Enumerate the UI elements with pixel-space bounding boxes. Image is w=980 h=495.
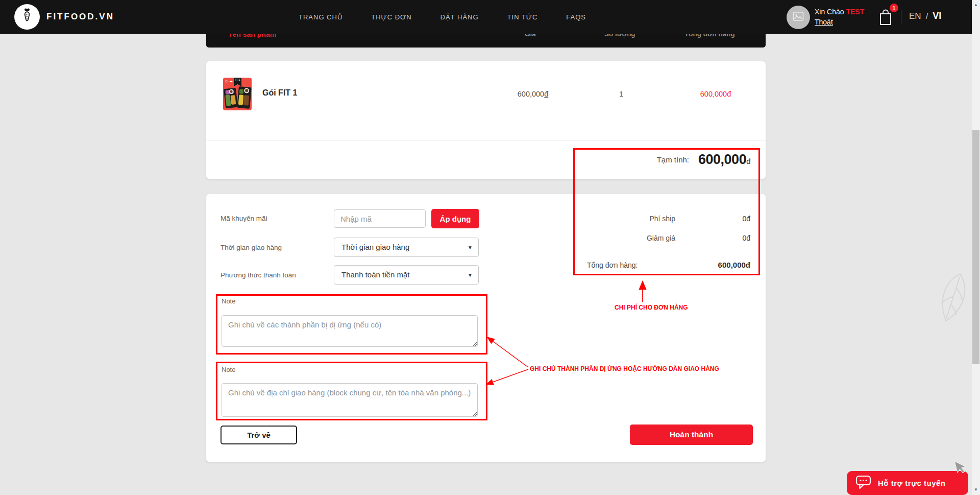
nav-item-faqs[interactable]: FAQS <box>566 13 586 21</box>
subtotal-label: Tạm tính: <box>657 155 689 164</box>
payment-method-label: Phương thức thanh toán <box>220 271 296 279</box>
nav-item-home[interactable]: TRANG CHỦ <box>299 13 342 21</box>
sun-cloud-icon: ☼☁ <box>225 79 233 83</box>
mouse-cursor-icon <box>953 459 969 478</box>
checkout-form-card: Mã khuyến mãi Áp dụng Thời gian giao hàn… <box>206 194 766 462</box>
chat-bubble-icon <box>847 475 872 491</box>
username: TEST <box>846 8 864 16</box>
meal-tray-left <box>224 88 238 108</box>
promo-code-label: Mã khuyến mãi <box>220 215 267 222</box>
cart-count-badge: 1 <box>890 4 898 12</box>
delivery-time-label: Thời gian giao hàng <box>220 244 282 251</box>
leaf-decoration-icon <box>930 270 975 328</box>
payment-method-select[interactable]: Thanh toán tiền mặt ▼ <box>334 265 479 285</box>
chevron-down-icon: ▼ <box>468 239 473 257</box>
main-menu: TRANG CHỦ THỰC ĐƠN ĐẶT HÀNG TIN TỨC FAQS <box>299 0 586 34</box>
user-greeting: Xin Chào TEST Thoát <box>815 7 864 27</box>
shipping-fee-label: Phí ship <box>649 215 675 223</box>
meal-tray-right <box>237 86 252 109</box>
product-total: 600,000đ <box>681 90 750 98</box>
header-quantity: Số lượng <box>604 34 635 38</box>
nav-item-order[interactable]: ĐẶT HÀNG <box>440 13 479 21</box>
subtotal-row: Tạm tính: 600,000đ <box>206 140 766 178</box>
nav-divider <box>901 10 901 25</box>
greeting-text: Xin Chào <box>815 8 844 16</box>
scrollbar-thumb[interactable] <box>972 130 979 364</box>
header-product-name: Tên sản phẩm <box>228 34 276 38</box>
product-quantity: 1 <box>601 90 642 98</box>
order-total-label: Tổng đơn hàng: <box>587 261 638 269</box>
cart-button[interactable]: 1 <box>878 8 895 28</box>
chat-support-button[interactable]: Hỗ trợ trực tuyến <box>847 471 968 495</box>
discount-label: Giảm giá <box>647 234 675 242</box>
apply-promo-button[interactable]: Áp dụng <box>431 209 479 228</box>
header-price: Giá <box>525 34 536 38</box>
header-total: Tổng đơn hàng <box>684 34 735 38</box>
fit-badge: FIT1 <box>234 78 241 86</box>
shopping-bag-icon <box>878 19 893 28</box>
delivery-time-select[interactable]: Thời gian giao hàng ▼ <box>334 238 479 257</box>
currency-symbol: đ <box>544 90 548 98</box>
page-scrollbar: ▲ ▼ <box>972 0 980 495</box>
logout-link[interactable]: Thoát <box>815 18 833 26</box>
brand-logo[interactable]: FITFOOD.VN <box>14 4 114 30</box>
chat-support-label: Hỗ trợ trực tuyến <box>878 479 946 487</box>
address-note-label: Note <box>222 366 235 373</box>
logo-circle <box>14 4 40 30</box>
lang-vi[interactable]: VI <box>933 11 941 21</box>
checkout-page: { "brand": { "name": "FITFOOD.VN" }, "na… <box>0 0 980 495</box>
nav-item-news[interactable]: TIN TỨC <box>507 13 538 21</box>
product-price: 600,000đ <box>492 90 574 98</box>
order-total-value: 600,000đ <box>718 261 750 269</box>
back-button[interactable]: Trở về <box>220 426 297 444</box>
order-items-card: ☼☁ FIT1 Gói FIT 1 600,000đ 1 600,000đ Tạ… <box>206 61 766 179</box>
chevron-down-icon: ▼ <box>468 266 473 285</box>
subtotal-value: 600,000đ <box>698 152 750 168</box>
image-placeholder-icon <box>793 11 804 23</box>
product-name[interactable]: Gói FIT 1 <box>262 88 297 98</box>
lang-en[interactable]: EN <box>909 11 921 21</box>
allergy-note-textarea[interactable] <box>222 315 478 347</box>
shipping-fee-value: 0đ <box>742 215 750 223</box>
language-switcher: EN / VI <box>909 11 941 21</box>
top-navbar: FITFOOD.VN TRANG CHỦ THỰC ĐƠN ĐẶT HÀNG T… <box>0 0 972 34</box>
order-table-header: Tên sản phẩm Giá Số lượng Tổng đơn hàng <box>206 34 766 48</box>
allergy-note-label: Note <box>222 297 235 305</box>
complete-order-button[interactable]: Hoàn thành <box>630 425 753 445</box>
discount-value: 0đ <box>742 234 750 242</box>
user-avatar[interactable] <box>787 6 810 29</box>
carrot-logo-icon <box>19 7 35 27</box>
scrollbar-down-icon[interactable]: ▼ <box>972 486 980 494</box>
address-note-textarea[interactable] <box>222 383 478 417</box>
nav-item-menu[interactable]: THỰC ĐƠN <box>371 13 411 21</box>
product-thumbnail[interactable]: ☼☁ FIT1 <box>223 78 252 110</box>
scrollbar-up-icon[interactable]: ▲ <box>972 1 980 9</box>
brand-name: FITFOOD.VN <box>46 12 114 22</box>
promo-code-input[interactable] <box>334 209 426 228</box>
table-row: ☼☁ FIT1 Gói FIT 1 600,000đ 1 600,000đ <box>206 61 766 140</box>
lang-separator: / <box>926 11 928 21</box>
